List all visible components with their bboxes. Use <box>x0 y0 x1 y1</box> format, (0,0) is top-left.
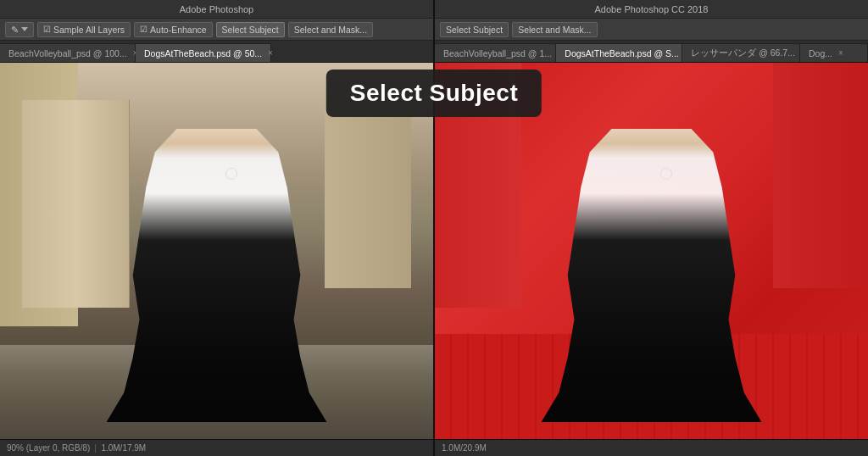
tab-label: レッサーパンダ @ 66.7... <box>691 47 795 59</box>
tab-right-1[interactable]: DogsAtTheBeach.psd @ S... × <box>556 43 682 62</box>
tab-left-1[interactable]: DogsAtTheBeach.psd @ 50... × <box>136 43 271 62</box>
toolbar-area: ✎ ☑ Sample All Layers ☑ Auto-Enhance Sel… <box>0 19 868 41</box>
tab-label: DogsAtTheBeach.psd @ 50... <box>144 48 262 58</box>
tab-right-2[interactable]: レッサーパンダ @ 66.7... × <box>682 43 800 62</box>
focus-circle-left <box>225 168 237 180</box>
title-bar-right: Adobe Photoshop CC 2018 <box>435 0 868 19</box>
right-photo-bg <box>435 63 868 439</box>
select-and-mask-button-left[interactable]: Select and Mask... <box>288 22 373 37</box>
status-separator-1 <box>95 444 96 453</box>
auto-enhance-label: Auto-Enhance <box>150 25 207 35</box>
tab-label: BeachVolleyball_psd @ 100... <box>8 48 127 58</box>
sample-all-layers-label: Sample All Layers <box>53 25 125 35</box>
toolbar-right: Select Subject Select and Mask... <box>435 19 868 41</box>
app-title-right: Adobe Photoshop CC 2018 <box>595 4 709 14</box>
tab-label: DogsAtTheBeach.psd @ S... <box>565 48 678 58</box>
tab-label: Dog... <box>809 48 832 58</box>
focus-circle-right <box>660 168 672 180</box>
title-bar-area: Adobe Photoshop Adobe Photoshop CC 2018 <box>0 0 868 19</box>
zoom-level-left: 90% (Layer 0, RGB/8) <box>7 443 90 453</box>
left-canvas[interactable] <box>0 63 435 439</box>
tab-right-3[interactable]: Dog... × <box>800 43 868 62</box>
tabbar-right: BeachVolleyball_psd @ 1... × DogsAtTheBe… <box>435 41 868 63</box>
status-bar-right: 1.0M/20.9M <box>435 440 868 456</box>
select-subject-tooltip: Select Subject <box>326 70 542 117</box>
file-size-right: 1.0M/20.9M <box>442 443 487 453</box>
images-area: Select Subject <box>0 63 868 439</box>
select-subject-button-left[interactable]: Select Subject <box>216 22 285 37</box>
sample-all-layers-toggle[interactable]: ☑ Sample All Layers <box>37 22 131 37</box>
status-bar-area: 90% (Layer 0, RGB/8) 1.0M/17.9M 1.0M/20.… <box>0 439 868 456</box>
auto-enhance-checkbox-icon: ☑ <box>140 25 147 34</box>
select-subject-label-left: Select Subject <box>222 25 279 35</box>
select-subject-label-right: Select Subject <box>446 25 503 35</box>
tab-label: BeachVolleyball_psd @ 1... <box>443 48 552 58</box>
select-and-mask-button-right[interactable]: Select and Mask... <box>512 22 597 37</box>
sample-checkbox-icon: ☑ <box>43 25 51 34</box>
title-bar-left: Adobe Photoshop <box>0 0 435 19</box>
select-subject-button-right[interactable]: Select Subject <box>440 22 509 37</box>
building-far-right-left <box>325 100 411 288</box>
select-and-mask-label-right: Select and Mask... <box>518 25 591 35</box>
toolbar-left: ✎ ☑ Sample All Layers ☑ Auto-Enhance Sel… <box>0 19 435 41</box>
right-canvas[interactable] <box>435 63 868 439</box>
auto-enhance-toggle[interactable]: ☑ Auto-Enhance <box>134 22 213 37</box>
tabbar-area: BeachVolleyball_psd @ 100... × DogsAtThe… <box>0 41 868 63</box>
tab-right-0[interactable]: BeachVolleyball_psd @ 1... × <box>435 43 556 62</box>
person-figure-left <box>107 129 327 422</box>
file-size-left: 1.0M/17.9M <box>101 443 146 453</box>
app-title-left: Adobe Photoshop <box>180 4 253 14</box>
tab-close-icon[interactable]: × <box>838 48 843 58</box>
select-and-mask-label-left: Select and Mask... <box>294 25 367 35</box>
status-bar-left: 90% (Layer 0, RGB/8) 1.0M/17.9M <box>0 440 435 456</box>
left-photo-bg <box>0 63 433 439</box>
tabbar-left: BeachVolleyball_psd @ 100... × DogsAtThe… <box>0 41 435 63</box>
tab-left-0[interactable]: BeachVolleyball_psd @ 100... × <box>0 43 136 62</box>
brush-dropdown-icon <box>21 27 28 32</box>
building-far-left <box>22 100 131 307</box>
brush-tool-icon[interactable]: ✎ <box>5 22 34 37</box>
tab-close-icon[interactable]: × <box>268 48 273 58</box>
tooltip-title: Select Subject <box>350 80 518 107</box>
